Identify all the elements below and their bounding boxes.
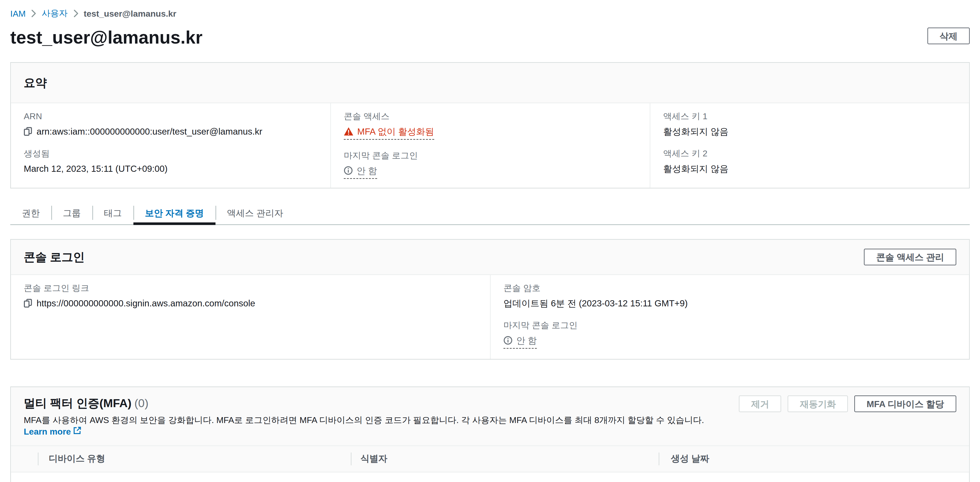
breadcrumb-users-link[interactable]: 사용자 xyxy=(42,8,68,19)
console-access-warning[interactable]: MFA 없이 활성화됨 xyxy=(344,125,434,140)
manage-console-access-button[interactable]: 콘솔 액세스 관리 xyxy=(864,249,956,265)
console-login-title: 콘솔 로그인 xyxy=(24,249,85,265)
summary-panel: 요약 ARN arn:aws:iam::000000000000:user/te… xyxy=(10,62,970,189)
breadcrumb-iam-link[interactable]: IAM xyxy=(10,9,25,19)
mfa-empty-state: MFA 디바이스가 없습니다. MFA 디바이스를 할당하여 AWS 환경 보안… xyxy=(11,472,969,482)
column-divider xyxy=(38,452,39,465)
arn-label: ARN xyxy=(24,111,318,122)
mfa-remove-button[interactable]: 제거 xyxy=(739,396,781,412)
chevron-right-icon xyxy=(32,10,36,17)
summary-column-1: ARN arn:aws:iam::000000000000:user/test_… xyxy=(11,103,331,188)
access-key-2-label: 액세스 키 2 xyxy=(663,148,956,159)
column-divider xyxy=(351,452,352,465)
last-console-login-info[interactable]: 안 함 xyxy=(504,334,537,349)
info-icon xyxy=(344,166,353,175)
tab-access-advisor[interactable]: 액세스 관리자 xyxy=(215,203,295,224)
tab-bar: 권한 그룹 태그 보안 자격 증명 액세스 관리자 xyxy=(10,203,970,225)
console-login-panel: 콘솔 로그인 콘솔 액세스 관리 콘솔 로그인 링크 https://00000… xyxy=(10,239,970,360)
mfa-title: 멀티 팩터 인증(MFA) xyxy=(24,397,132,410)
tab-tags[interactable]: 태그 xyxy=(92,203,134,224)
mfa-count: (0) xyxy=(134,397,148,410)
console-access-label: 콘솔 액세스 xyxy=(344,111,637,122)
iam-user-detail-page: IAM 사용자 test_user@lamanus.kr test_user@l… xyxy=(0,0,980,482)
column-header-identifier: 식별자 xyxy=(351,453,659,465)
learn-more-link[interactable]: Learn more xyxy=(24,427,71,437)
summary-column-3: 액세스 키 1 활성화되지 않음 액세스 키 2 활성화되지 않음 xyxy=(650,103,969,188)
console-password-value: 업데이트됨 6분 전 (2023-03-12 15:11 GMT+9) xyxy=(504,297,688,310)
console-access-value: MFA 없이 활성화됨 xyxy=(357,125,434,138)
warning-icon xyxy=(344,127,353,136)
copy-icon[interactable] xyxy=(24,299,32,308)
last-console-login-label: 마지막 콘솔 로그인 xyxy=(344,150,637,161)
mfa-description: MFA를 사용하여 AWS 환경의 보안을 강화합니다. MFA로 로그인하려면… xyxy=(24,415,704,425)
created-value: March 12, 2023, 15:11 (UTC+09:00) xyxy=(24,162,168,175)
console-login-link-label: 콘솔 로그인 링크 xyxy=(24,283,477,294)
tab-security-credentials[interactable]: 보안 자격 증명 xyxy=(134,203,215,224)
breadcrumb-current: test_user@lamanus.kr xyxy=(84,9,176,19)
console-login-column-1: 콘솔 로그인 링크 https://000000000000.signin.aw… xyxy=(11,275,490,359)
arn-value: arn:aws:iam::000000000000:user/test_user… xyxy=(37,125,262,138)
external-link-icon[interactable] xyxy=(73,427,82,435)
console-password-label: 콘솔 암호 xyxy=(504,283,956,294)
page-title: test_user@lamanus.kr xyxy=(10,28,202,48)
access-key-1-value: 활성화되지 않음 xyxy=(663,125,729,138)
access-key-2-value: 활성화되지 않음 xyxy=(663,162,729,175)
summary-column-2: 콘솔 액세스 MFA 없이 활성화됨 마지막 콘솔 로그인 xyxy=(331,103,650,188)
created-label: 생성됨 xyxy=(24,148,318,159)
mfa-panel: 멀티 팩터 인증(MFA) (0) MFA를 사용하여 AWS 환경의 보안을 … xyxy=(10,387,970,482)
last-console-login-value: 안 함 xyxy=(516,334,537,347)
chevron-right-icon xyxy=(73,10,78,17)
mfa-assign-device-button[interactable]: MFA 디바이스 할당 xyxy=(854,396,956,412)
info-icon xyxy=(504,336,512,345)
mfa-resync-button[interactable]: 재동기화 xyxy=(788,396,848,412)
mfa-header-text: 멀티 팩터 인증(MFA) (0) MFA를 사용하여 AWS 환경의 보안을 … xyxy=(24,396,713,438)
last-console-login-info[interactable]: 안 함 xyxy=(344,164,377,179)
copy-icon[interactable] xyxy=(24,127,32,136)
column-header-device-type: 디바이스 유형 xyxy=(11,453,351,465)
column-divider xyxy=(659,452,660,465)
access-key-1-label: 액세스 키 1 xyxy=(663,111,956,122)
console-login-link-value: https://000000000000.signin.aws.amazon.c… xyxy=(37,297,255,310)
console-login-column-2: 콘솔 암호 업데이트됨 6분 전 (2023-03-12 15:11 GMT+9… xyxy=(490,275,969,359)
mfa-table-header: 디바이스 유형 식별자 생성 날짜 xyxy=(11,446,969,472)
tab-groups[interactable]: 그룹 xyxy=(51,203,92,224)
mfa-empty-message: MFA 디바이스가 없습니다. MFA 디바이스를 할당하여 AWS 환경 보안… xyxy=(11,480,969,482)
last-console-login-value: 안 함 xyxy=(356,164,377,177)
breadcrumb: IAM 사용자 test_user@lamanus.kr xyxy=(10,0,970,19)
delete-button[interactable]: 삭제 xyxy=(928,28,970,44)
last-console-login-label: 마지막 콘솔 로그인 xyxy=(504,320,956,331)
summary-title: 요약 xyxy=(24,76,47,89)
tab-permissions[interactable]: 권한 xyxy=(10,203,51,224)
column-header-created-date: 생성 날짜 xyxy=(659,453,969,465)
